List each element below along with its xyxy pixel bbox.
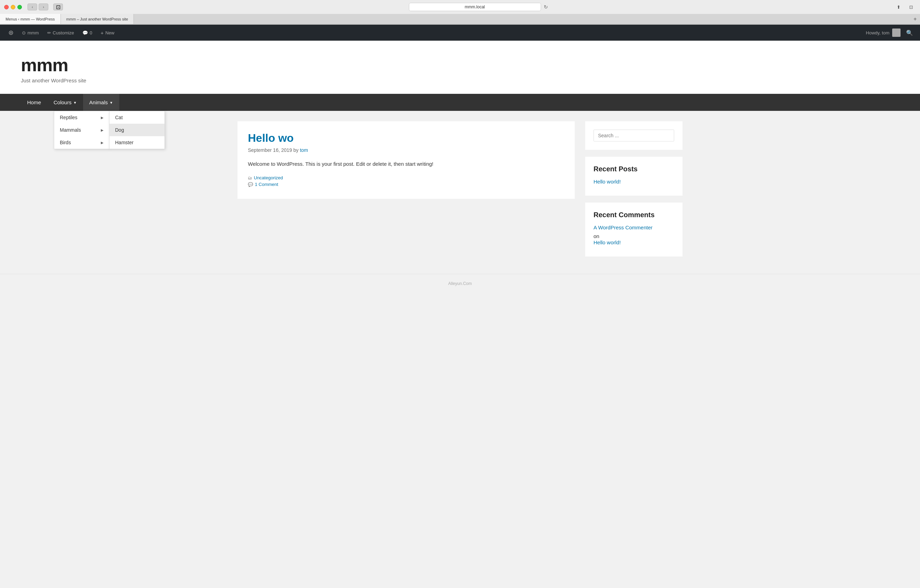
comments-item[interactable]: 💬 0 [78,25,96,40]
tab-manage-button[interactable]: ⊡ [906,3,916,10]
back-button[interactable]: ‹ [28,3,37,10]
post-card: Hello wo September 16, 2019 by tom Welco… [238,121,575,199]
reload-button[interactable]: ↻ [544,4,548,10]
layout-button[interactable]: ⊡ [53,3,63,10]
url-bar: ↻ [66,3,891,11]
wp-admin-bar: ⊛ ⊙ mmm ✏ Customize 💬 0 + New Howdy, tom… [0,25,920,40]
commenter-name[interactable]: A WordPress Commenter [593,225,674,230]
commenter-on-text: on [593,233,599,239]
minimize-button[interactable] [11,5,15,10]
site-header: mmm Just another WordPress site [0,40,920,94]
close-button[interactable] [4,5,9,10]
tab-bar: Menus ‹ mmm — WordPress mmm – Just anoth… [0,14,920,24]
mammals-arrow: ▶ [101,128,104,132]
main-layout: Hello wo September 16, 2019 by tom Welco… [217,111,703,274]
sidebar: Recent Posts Hello world! Recent Comment… [585,121,682,263]
dropdown-mammals[interactable]: Mammals ▶ [54,124,109,136]
nav-item-animals[interactable]: Animals ▼ [83,94,119,111]
browser-nav-buttons: ‹ › [28,3,48,10]
dropdown-reptiles[interactable]: Reptiles ▶ [54,111,109,124]
new-tab-button[interactable]: + [910,14,920,24]
forward-button[interactable]: › [39,3,48,10]
search-input[interactable] [593,129,674,141]
maximize-button[interactable] [18,5,22,10]
mammals-label: Mammals [60,127,81,133]
nav-animals-label: Animals [89,99,108,105]
main-content: Hello wo September 16, 2019 by tom Welco… [238,121,575,263]
post-category[interactable]: Uncategorized [254,175,283,180]
animals-dropdown-arrow: ▼ [110,101,113,105]
user-avatar [892,29,901,37]
post-title[interactable]: Hello wo [248,132,564,145]
nav-colours-label: Colours [53,99,71,105]
admin-search-icon[interactable]: 🔍 [903,29,916,36]
tab-0-label: Menus ‹ mmm — WordPress [6,17,55,21]
post-category-item: 🗂 Uncategorized [248,175,564,180]
animals-dropdown: Reptiles ▶ Mammals ▶ Birds ▶ Cat Dog Ham… [54,111,165,149]
birds-arrow: ▶ [101,141,104,145]
post-footer: 🗂 Uncategorized 💬 1 Comment [248,175,564,187]
layout-icon: ⊡ [56,4,60,10]
admin-bar-right: Howdy, tom [866,29,903,37]
mammals-submenu: Cat Dog Hamster [109,111,165,149]
colours-dropdown-arrow: ▼ [73,101,77,105]
customize-label: Customize [53,30,74,36]
comment-post-link[interactable]: Hello world! [593,239,674,246]
animals-menu: Reptiles ▶ Mammals ▶ Birds ▶ [54,111,110,149]
submenu-cat[interactable]: Cat [110,111,164,124]
mac-window-chrome: ‹ › ⊡ ↻ ⬆ ⊡ Menus ‹ mmm — WordPress mmm … [0,0,920,25]
comments-count: 0 [90,30,92,36]
dropdown-birds[interactable]: Birds ▶ [54,136,109,149]
reptiles-arrow: ▶ [101,116,104,120]
category-icon: 🗂 [248,176,252,180]
search-widget [585,121,682,150]
post-date: September 16, 2019 [248,147,292,153]
post-excerpt: Welcome to WordPress. This is your first… [248,160,564,168]
new-icon: + [100,30,104,36]
site-footer: Alleyun.Com [0,274,920,293]
recent-post-link[interactable]: Hello world! [593,179,674,184]
site-title: mmm [21,55,899,76]
new-item[interactable]: + New [96,25,118,40]
mac-window-controls [4,5,22,10]
hamster-label: Hamster [115,140,133,145]
new-label: New [105,30,114,36]
dog-label: Dog [115,127,124,133]
tab-1-label: mmm – Just another WordPress site [66,17,128,21]
birds-label: Birds [60,140,71,145]
url-input[interactable] [409,3,541,11]
nav-home-label: Home [27,99,41,105]
wp-logo-item[interactable]: ⊛ [4,25,18,40]
recent-posts-title: Recent Posts [593,165,674,173]
comments-icon: 💬 [83,30,88,36]
site-nav: Home Colours ▼ Animals ▼ Reptiles ▶ Mamm… [0,94,920,111]
site-name-item[interactable]: ⊙ mmm [18,25,43,40]
site-name-icon: ⊙ [22,30,26,36]
nav-item-home[interactable]: Home [21,94,47,111]
site-name-label: mmm [28,30,39,36]
submenu-dog[interactable]: Dog [110,124,164,136]
mac-titlebar: ‹ › ⊡ ↻ ⬆ ⊡ [0,0,920,14]
tab-1[interactable]: mmm – Just another WordPress site [61,14,134,24]
post-author[interactable]: tom [300,147,308,153]
customize-item[interactable]: ✏ Customize [43,25,78,40]
footer-watermark: Alleyun.Com [448,281,472,286]
submenu-hamster[interactable]: Hamster [110,136,164,149]
howdy-label: Howdy, tom [866,30,889,36]
site-tagline: Just another WordPress site [21,78,899,83]
recent-comments-title: Recent Comments [593,211,674,219]
comments-icon: 💬 [248,182,253,187]
recent-comment-entry: A WordPress Commenter on Hello world! [593,225,674,246]
nav-item-colours[interactable]: Colours ▼ [47,94,83,111]
cat-label: Cat [115,115,123,120]
recent-posts-widget: Recent Posts Hello world! [585,157,682,195]
browser-toolbar-right: ⬆ ⊡ [894,3,916,10]
customize-icon: ✏ [47,30,51,36]
post-by: by [293,147,300,153]
share-button[interactable]: ⬆ [894,3,903,10]
tab-0[interactable]: Menus ‹ mmm — WordPress [0,14,61,24]
post-comments-item: 💬 1 Comment [248,182,564,187]
post-comment-count[interactable]: 1 Comment [255,182,278,187]
recent-comments-widget: Recent Comments A WordPress Commenter on… [585,203,682,257]
post-meta: September 16, 2019 by tom [248,147,564,153]
